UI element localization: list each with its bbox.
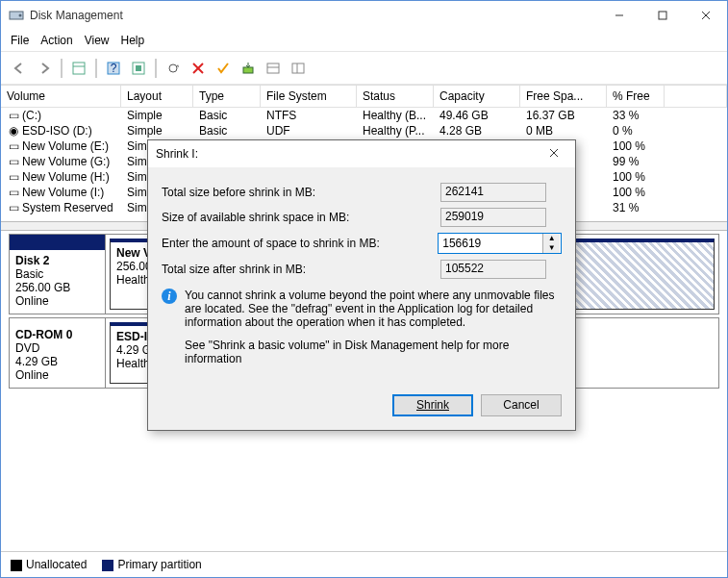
window-title: Disk Management (30, 9, 597, 22)
forward-button[interactable] (34, 58, 55, 79)
shrink-button[interactable]: Shrink (392, 394, 473, 416)
cancel-button[interactable]: Cancel (481, 394, 562, 416)
cell: 4.28 GB (434, 123, 520, 138)
settings-button[interactable] (128, 58, 149, 79)
cell: ◉ESD-ISO (D:) (1, 123, 121, 138)
cell: ▭(C:) (1, 108, 121, 123)
col-status[interactable]: Status (357, 86, 434, 108)
legend-unallocated: Unallocated (26, 558, 87, 571)
delete-button[interactable] (188, 58, 209, 79)
cell: ▭New Volume (G:) (1, 154, 121, 169)
titlebar[interactable]: Disk Management (1, 1, 727, 30)
list-button[interactable] (263, 58, 284, 79)
cell: 0 % (607, 123, 665, 138)
cdrom-size: 4.29 GB (15, 355, 99, 368)
disk2-type: Basic (15, 267, 99, 281)
cell: Healthy (B... (357, 108, 434, 123)
volume-row[interactable]: ◉ESD-ISO (D:)SimpleBasicUDFHealthy (P...… (1, 123, 727, 138)
col-layout[interactable]: Layout (121, 86, 193, 108)
cell: 99 % (607, 154, 665, 169)
col-volume[interactable]: Volume (1, 86, 121, 108)
value-total-before: 262141 (440, 183, 546, 202)
menu-action[interactable]: Action (40, 34, 72, 47)
disk2-header: Disk 2 (15, 254, 99, 267)
menu-file[interactable]: File (11, 34, 29, 47)
col-filesystem[interactable]: File System (261, 86, 357, 108)
separator (95, 59, 97, 78)
svg-point-12 (169, 64, 177, 72)
disk2-status: Online (15, 294, 99, 308)
separator (61, 59, 63, 78)
shrink-amount-spinbox[interactable]: ▲▼ (438, 233, 562, 254)
cell: Simple (121, 108, 193, 123)
dialog-title: Shrink I: (156, 147, 540, 161)
cell: 100 % (607, 185, 665, 200)
swatch-unallocated (11, 560, 22, 571)
svg-rect-3 (659, 12, 666, 19)
separator (155, 59, 157, 78)
col-freespace[interactable]: Free Spa... (520, 86, 607, 108)
svg-rect-18 (292, 63, 304, 73)
help-button[interactable]: ? (103, 58, 124, 79)
app-icon (9, 8, 24, 23)
label-total-before: Total size before shrink in MB: (162, 186, 440, 199)
show-hide-button[interactable] (68, 58, 89, 79)
dialog-close-button[interactable] (540, 147, 567, 161)
svg-rect-16 (267, 63, 279, 73)
cell: ▭System Reserved (1, 200, 121, 215)
cell: ▭New Volume (I:) (1, 185, 121, 200)
svg-rect-15 (243, 67, 253, 73)
part-name: New V (116, 246, 151, 260)
info-text: You cannot shrink a volume beyond the po… (185, 289, 562, 329)
menubar: File Action View Help (1, 30, 727, 52)
label-enter-amount: Enter the amount of space to shrink in M… (162, 237, 438, 250)
cell: 100 % (607, 169, 665, 185)
close-button[interactable] (684, 1, 727, 30)
svg-rect-6 (73, 63, 85, 74)
cell: 31 % (607, 200, 665, 215)
disk-management-window: Disk Management File Action View Help ? … (0, 0, 728, 578)
svg-text:?: ? (111, 62, 117, 75)
cdrom-status: Online (15, 368, 99, 382)
dialog-titlebar[interactable]: Shrink I: (148, 140, 575, 167)
col-type[interactable]: Type (193, 86, 261, 108)
col-pctfree[interactable]: % Free (607, 86, 665, 108)
cell: Simple (121, 123, 193, 138)
cell: 33 % (607, 108, 665, 123)
label-available: Size of available shrink space in MB: (162, 211, 440, 224)
spin-up[interactable]: ▲ (543, 234, 560, 243)
value-total-after: 105522 (440, 260, 546, 279)
cell: 0 MB (520, 123, 607, 138)
svg-rect-11 (136, 65, 141, 71)
maximize-button[interactable] (640, 1, 684, 30)
help-text: See "Shrink a basic volume" in Disk Mana… (185, 339, 562, 365)
cell: NTFS (261, 108, 357, 123)
shrink-dialog: Shrink I: Total size before shrink in MB… (147, 139, 576, 431)
menu-help[interactable]: Help (121, 34, 145, 47)
volume-list-header: Volume Layout Type File System Status Ca… (1, 85, 727, 108)
cell: 49.46 GB (434, 108, 520, 123)
cell: UDF (261, 123, 357, 138)
legend: Unallocated Primary partition (1, 551, 727, 577)
label-total-after: Total size after shrink in MB: (162, 263, 440, 276)
swatch-primary (102, 560, 113, 571)
spin-down[interactable]: ▼ (543, 243, 560, 253)
details-button[interactable] (288, 58, 309, 79)
svg-point-1 (19, 14, 22, 17)
col-capacity[interactable]: Capacity (434, 86, 520, 108)
info-icon: i (162, 289, 177, 304)
cell: Healthy (P... (357, 123, 434, 138)
check-button[interactable] (213, 58, 234, 79)
volume-row[interactable]: ▭(C:)SimpleBasicNTFSHealthy (B...49.46 G… (1, 108, 727, 123)
disk2-size: 256.00 GB (15, 281, 99, 294)
back-button[interactable] (9, 58, 30, 79)
minimize-button[interactable] (597, 1, 640, 30)
shrink-amount-input[interactable] (439, 234, 542, 253)
menu-view[interactable]: View (85, 34, 110, 47)
refresh-button[interactable] (163, 58, 184, 79)
cdrom-header: CD-ROM 0 (15, 328, 99, 341)
cell: ▭New Volume (H:) (1, 169, 121, 185)
action-button[interactable] (238, 58, 259, 79)
cell: 100 % (607, 138, 665, 154)
col-spacer (665, 86, 727, 108)
